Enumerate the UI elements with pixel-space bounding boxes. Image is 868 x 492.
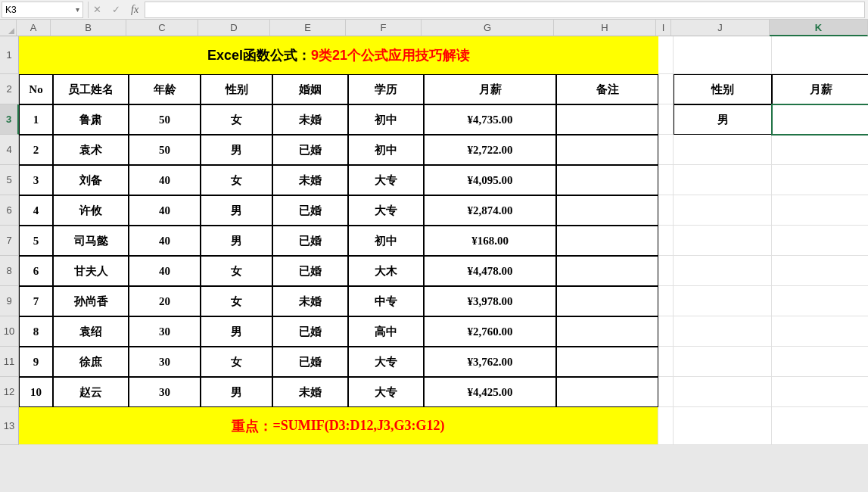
cell-D8[interactable]: 女 (201, 256, 272, 286)
cell-C3[interactable]: 50 (129, 104, 201, 135)
cell-I10[interactable] (658, 316, 674, 347)
cell-F5[interactable]: 大专 (348, 165, 424, 195)
col-header-G[interactable]: G (422, 20, 554, 36)
cell-F12[interactable]: 大专 (348, 377, 424, 407)
row-header-5[interactable]: 5 (0, 165, 19, 195)
cell-I13[interactable] (658, 407, 674, 445)
row-header-8[interactable]: 8 (0, 256, 19, 286)
cell-E9[interactable]: 未婚 (272, 286, 348, 316)
cell-G9[interactable]: ¥3,978.00 (424, 286, 556, 316)
cell-C7[interactable]: 40 (129, 226, 201, 256)
cell-F6[interactable]: 大专 (348, 195, 424, 226)
cell-H3[interactable] (556, 104, 658, 135)
cell-D4[interactable]: 男 (201, 135, 272, 165)
cell-I7[interactable] (658, 226, 674, 256)
cell-A12[interactable]: 10 (19, 377, 53, 407)
cell-A4[interactable]: 2 (19, 135, 53, 165)
cell-G12[interactable]: ¥4,425.00 (424, 377, 556, 407)
cell-H8[interactable] (556, 256, 658, 286)
cell-B9[interactable]: 孙尚香 (53, 286, 129, 316)
cell-C11[interactable]: 30 (129, 347, 201, 377)
cell-E12[interactable]: 未婚 (272, 377, 348, 407)
active-cell-K3[interactable] (772, 104, 868, 135)
col-header-K[interactable]: K (770, 20, 868, 36)
cell-G8[interactable]: ¥4,478.00 (424, 256, 556, 286)
cancel-icon[interactable]: ✕ (93, 4, 101, 15)
select-all-corner[interactable] (0, 20, 17, 36)
cell-I8[interactable] (658, 256, 674, 286)
cell-A10[interactable]: 8 (19, 316, 53, 347)
cell-B6[interactable]: 许攸 (53, 195, 129, 226)
cell-I3[interactable] (658, 104, 674, 135)
cell-D10[interactable]: 男 (201, 316, 272, 347)
cell-E5[interactable]: 未婚 (272, 165, 348, 195)
cell-H7[interactable] (556, 226, 658, 256)
cell-E8[interactable]: 已婚 (272, 256, 348, 286)
row-header-9[interactable]: 9 (0, 286, 19, 316)
cell-H5[interactable] (556, 165, 658, 195)
cell-D7[interactable]: 男 (201, 226, 272, 256)
cell-F10[interactable]: 高中 (348, 316, 424, 347)
cell-C4[interactable]: 50 (129, 135, 201, 165)
header-A[interactable]: No (19, 74, 53, 104)
cell-D9[interactable]: 女 (201, 286, 272, 316)
cell-B10[interactable]: 袁绍 (53, 316, 129, 347)
row-header-6[interactable]: 6 (0, 195, 19, 226)
cell-K8[interactable] (772, 256, 868, 286)
cell-D11[interactable]: 女 (201, 347, 272, 377)
cell-B11[interactable]: 徐庶 (53, 347, 129, 377)
cell-H12[interactable] (556, 377, 658, 407)
cell-A9[interactable]: 7 (19, 286, 53, 316)
cell-F8[interactable]: 大木 (348, 256, 424, 286)
cell-J11[interactable] (674, 347, 772, 377)
cell-J13[interactable] (674, 407, 772, 445)
formula-input[interactable] (145, 2, 865, 18)
cell-B7[interactable]: 司马懿 (53, 226, 129, 256)
side-header-gender[interactable]: 性别 (674, 74, 772, 104)
cell-K4[interactable] (772, 135, 868, 165)
cell-E10[interactable]: 已婚 (272, 316, 348, 347)
cell-J7[interactable] (674, 226, 772, 256)
cell-G11[interactable]: ¥3,762.00 (424, 347, 556, 377)
cell-A6[interactable]: 4 (19, 195, 53, 226)
cell-C12[interactable]: 30 (129, 377, 201, 407)
footer-banner[interactable]: 重点：=SUMIF(D3:D12,J3,G3:G12) (19, 407, 658, 445)
cell-E11[interactable]: 已婚 (272, 347, 348, 377)
cell-A11[interactable]: 9 (19, 347, 53, 377)
cell-G7[interactable]: ¥168.00 (424, 226, 556, 256)
cell-I1[interactable] (658, 36, 674, 74)
cell-C6[interactable]: 40 (129, 195, 201, 226)
col-header-J[interactable]: J (671, 20, 770, 36)
cell-C5[interactable]: 40 (129, 165, 201, 195)
cell-J4[interactable] (674, 135, 772, 165)
col-header-I[interactable]: I (656, 20, 671, 36)
cell-E7[interactable]: 已婚 (272, 226, 348, 256)
header-G[interactable]: 月薪 (424, 74, 556, 104)
side-value-gender[interactable]: 男 (674, 104, 772, 135)
name-box[interactable]: K3 ▾ (2, 2, 83, 18)
cell-G3[interactable]: ¥4,735.00 (424, 104, 556, 135)
cell-E6[interactable]: 已婚 (272, 195, 348, 226)
cell-J8[interactable] (674, 256, 772, 286)
cell-H4[interactable] (556, 135, 658, 165)
cell-A7[interactable]: 5 (19, 226, 53, 256)
cell-H11[interactable] (556, 347, 658, 377)
fx-icon[interactable]: fx (131, 4, 138, 16)
cell-K7[interactable] (772, 226, 868, 256)
cell-K9[interactable] (772, 286, 868, 316)
cell-J5[interactable] (674, 165, 772, 195)
cell-J10[interactable] (674, 316, 772, 347)
confirm-icon[interactable]: ✓ (112, 4, 120, 15)
row-header-4[interactable]: 4 (0, 135, 19, 165)
cell-K11[interactable] (772, 347, 868, 377)
header-C[interactable]: 年龄 (129, 74, 201, 104)
row-header-3[interactable]: 3 (0, 104, 19, 135)
cell-D3[interactable]: 女 (201, 104, 272, 135)
cell-F4[interactable]: 初中 (348, 135, 424, 165)
cell-J1[interactable] (674, 36, 772, 74)
cell-J9[interactable] (674, 286, 772, 316)
cell-A5[interactable]: 3 (19, 165, 53, 195)
col-header-C[interactable]: C (126, 20, 198, 36)
cell-K10[interactable] (772, 316, 868, 347)
cell-B5[interactable]: 刘备 (53, 165, 129, 195)
